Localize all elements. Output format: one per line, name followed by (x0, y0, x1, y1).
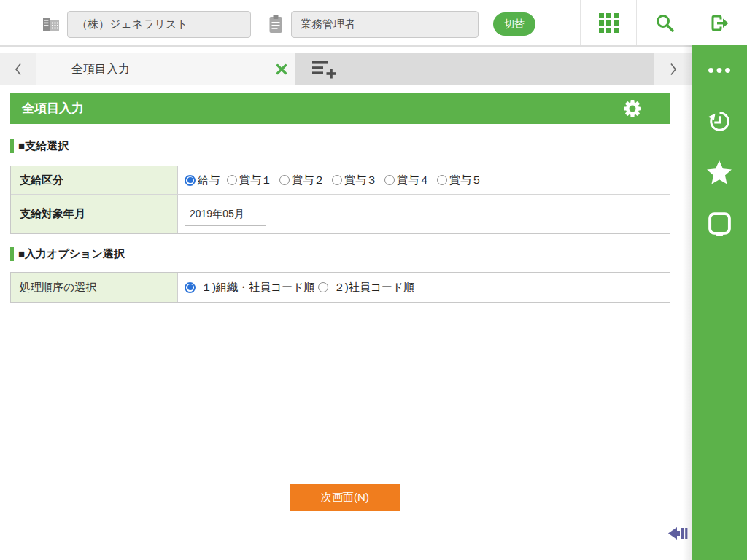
table-row: 支給対象年月 (11, 194, 670, 233)
table-row: 処理順序の選択 １)組織・社員コード順 ２)社員コード順 (11, 273, 670, 302)
radio-icon[interactable] (318, 282, 328, 292)
gear-icon (624, 100, 641, 117)
radio-label: 賞与２ (292, 174, 325, 187)
radio-icon[interactable] (227, 175, 237, 185)
radio-icon[interactable] (332, 175, 342, 185)
radio-icon[interactable] (384, 175, 395, 185)
tabs-scroll-right-button[interactable] (654, 53, 692, 85)
door-arrow-icon (708, 13, 730, 33)
content-edge-shadow (683, 45, 692, 560)
section-accent-bar (10, 139, 14, 153)
history-clock-icon (706, 108, 733, 135)
radio-label: 賞与１ (239, 174, 272, 187)
section-heading-options: ■入力オプション選択 (10, 247, 125, 261)
radio-label: 賞与４ (397, 174, 430, 187)
right-sidebar (692, 45, 747, 560)
sidebar-history-button[interactable] (692, 96, 747, 147)
clipboard-icon (268, 15, 283, 34)
top-bar: 切替 (0, 0, 747, 47)
radio-label: ２)社員コード順 (334, 281, 415, 295)
new-tab-button[interactable] (311, 60, 339, 79)
tab-label: 全項目入力 (71, 53, 130, 85)
row-label: 支給対象年月 (11, 195, 178, 233)
section-heading-payment: ■支給選択 (10, 139, 69, 153)
x-icon (276, 63, 287, 75)
magnifier-icon (655, 13, 675, 33)
ellipsis-icon (708, 67, 731, 74)
radio-icon[interactable] (185, 282, 196, 293)
radio-option-employee-order[interactable]: ２)社員コード順 (318, 281, 415, 295)
search-button[interactable] (637, 0, 692, 45)
tab-strip (295, 53, 654, 85)
tab-close-button[interactable] (276, 63, 287, 75)
grid-icon (599, 13, 619, 33)
next-screen-button[interactable]: 次画面(N) (290, 484, 400, 511)
radio-label: １)組織・社員コード順 (201, 281, 315, 295)
radio-label: 賞与５ (449, 174, 482, 187)
sidebar-tray-button[interactable] (692, 198, 747, 249)
tab-bar: 全項目入力 (0, 53, 692, 85)
radio-option-org-employee-order[interactable]: １)組織・社員コード順 (185, 281, 315, 295)
row-label: 処理順序の選択 (11, 273, 178, 302)
section-heading-text: ■支給選択 (18, 139, 69, 153)
radio-option-bonus3[interactable]: 賞与３ (332, 174, 377, 187)
radio-icon[interactable] (185, 175, 196, 186)
chevron-right-icon (669, 62, 678, 77)
sidebar-favorites-button[interactable] (692, 147, 747, 198)
payment-table: 支給区分 給与 賞与１ 賞与２ 賞与３ (10, 166, 670, 234)
target-month-input[interactable] (185, 203, 266, 226)
order-radio-group: １)組織・社員コード順 ２)社員コード順 (178, 273, 670, 302)
company-input[interactable] (67, 11, 251, 38)
section-heading-text: ■入力オプション選択 (18, 247, 125, 261)
table-row: 支給区分 給与 賞与１ 賞与２ 賞与３ (11, 166, 670, 194)
apps-menu-button[interactable] (581, 0, 636, 45)
radio-icon[interactable] (279, 175, 290, 185)
chevron-left-icon (14, 62, 23, 77)
radio-option-bonus5[interactable]: 賞与５ (437, 174, 482, 187)
radio-icon[interactable] (437, 175, 447, 185)
tab-active[interactable]: 全項目入力 (36, 53, 295, 85)
radio-option-bonus4[interactable]: 賞与４ (384, 174, 430, 187)
radio-option-bonus1[interactable]: 賞与１ (227, 174, 272, 187)
switch-button[interactable]: 切替 (493, 12, 535, 36)
radio-label: 給与 (198, 174, 220, 187)
page-title: 全項目入力 (10, 93, 670, 124)
row-label: 支給区分 (11, 166, 178, 194)
radio-option-bonus2[interactable]: 賞与２ (279, 174, 325, 187)
target-month-cell (178, 195, 670, 233)
section-accent-bar (10, 247, 14, 261)
sidebar-more-button[interactable] (692, 45, 747, 96)
radio-option-kyuyo[interactable]: 給与 (185, 174, 220, 187)
tabs-scroll-left-button[interactable] (0, 53, 36, 85)
role-input[interactable] (291, 11, 479, 38)
payment-type-radio-group: 給与 賞与１ 賞与２ 賞与３ 賞与４ (178, 166, 670, 194)
building-icon (42, 15, 61, 33)
app-screen: 切替 全項目入力 (0, 0, 747, 560)
page-header: 全項目入力 (10, 93, 670, 124)
list-plus-icon (311, 60, 339, 79)
radio-label: 賞与３ (344, 174, 377, 187)
star-icon (706, 160, 732, 185)
collapse-sidebar-button[interactable] (667, 524, 690, 543)
tray-icon (707, 211, 732, 236)
logout-button[interactable] (692, 0, 747, 45)
options-table: 処理順序の選択 １)組織・社員コード順 ２)社員コード順 (10, 272, 670, 303)
settings-button[interactable] (624, 100, 641, 117)
left-arrow-bars-icon (667, 524, 690, 542)
